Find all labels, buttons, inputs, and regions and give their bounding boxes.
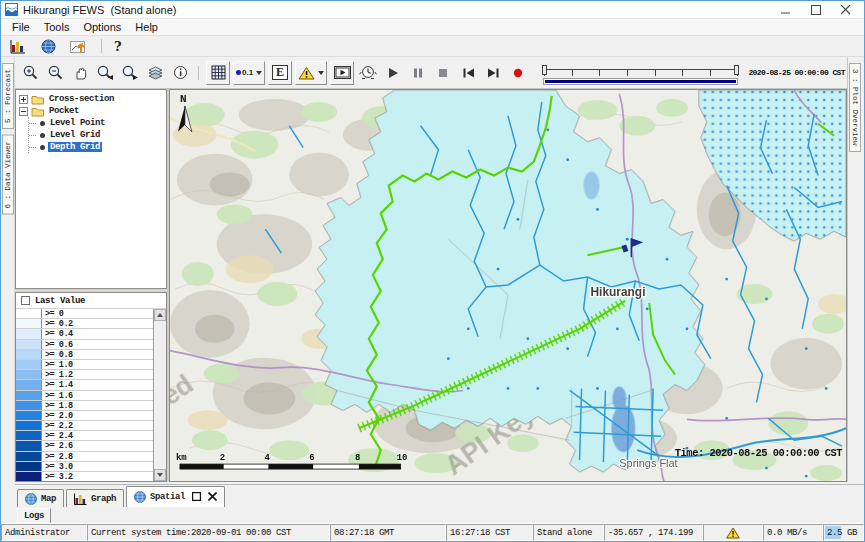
zoom-in-icon[interactable]	[19, 62, 41, 84]
legend-classes-button[interactable]: E	[268, 61, 292, 85]
interval-dropdown-button[interactable]: 0.1	[233, 61, 265, 85]
legend-row[interactable]: >= 2.8	[16, 452, 153, 462]
legend-row[interactable]: >= 0	[16, 309, 153, 319]
legend-row[interactable]: >= 3.2	[16, 472, 153, 481]
legend-row[interactable]: >= 0.6	[16, 340, 153, 350]
legend-color-swatch	[16, 401, 42, 410]
status-warning[interactable]	[703, 524, 763, 541]
legend-row[interactable]: >= 1.6	[16, 391, 153, 401]
zoom-previous-icon[interactable]	[94, 62, 116, 84]
tree-node-level-point[interactable]: Level Point	[29, 117, 166, 129]
tree-node-cross-section[interactable]: Cross-section	[19, 93, 166, 105]
animation-settings-icon[interactable]	[357, 62, 379, 84]
menu-item[interactable]: Tools	[37, 20, 77, 34]
tree-node-pocket[interactable]: Pocket	[19, 105, 166, 117]
svg-text:2: 2	[220, 453, 225, 463]
stop-button[interactable]	[432, 62, 454, 84]
record-button[interactable]	[507, 62, 529, 84]
tree-node-label: Level Grid	[48, 130, 102, 140]
map-toolbar: 0.1 E 2020-08-25 00:00:00 CST	[15, 57, 847, 89]
minimize-button[interactable]	[780, 4, 792, 15]
legend-row[interactable]: >= 0.4	[16, 329, 153, 339]
last-value-label: Last Value	[35, 296, 85, 306]
profile-display-icon[interactable]	[67, 35, 89, 57]
tree-node-level-grid[interactable]: Level Grid	[29, 129, 166, 141]
step-forward-button[interactable]	[482, 62, 504, 84]
status-mode: Stand alone	[533, 524, 604, 541]
legend-color-swatch	[16, 380, 42, 389]
tab-label: Spatial	[150, 492, 185, 502]
status-user: Administrator	[1, 524, 87, 541]
legend-row[interactable]: >= 2.6	[16, 441, 153, 451]
layers-icon[interactable]	[144, 62, 166, 84]
expand-icon[interactable]	[19, 95, 28, 104]
time-span-bar[interactable]	[544, 79, 737, 84]
legend-color-swatch	[16, 431, 42, 440]
last-value-checkbox[interactable]	[21, 296, 30, 305]
tab-graph[interactable]: Graph	[66, 489, 124, 507]
tab-maximize-icon[interactable]	[192, 492, 201, 503]
slider-handle-end[interactable]	[734, 65, 739, 75]
close-button[interactable]	[840, 4, 852, 15]
legend-color-swatch	[16, 319, 42, 328]
pause-button[interactable]	[407, 62, 429, 84]
bullet-icon	[40, 145, 45, 150]
menu-item[interactable]: Help	[128, 20, 165, 34]
legend-row[interactable]: >= 1.0	[16, 360, 153, 370]
legend-color-swatch	[16, 329, 42, 338]
info-icon[interactable]	[169, 62, 191, 84]
step-back-button[interactable]	[457, 62, 479, 84]
legend-panel: Last Value >= 0 >= 0.2	[15, 292, 167, 482]
maximize-button[interactable]	[810, 4, 822, 15]
legend-scrollbar[interactable]	[153, 309, 166, 481]
tab-map[interactable]: Map	[17, 489, 64, 507]
toolbar-separator	[198, 66, 199, 80]
legend-class-label: >= 0.8	[42, 350, 153, 359]
legend-row[interactable]: >= 1.8	[16, 401, 153, 411]
tab-label: Map	[41, 494, 56, 504]
tab-plot-overview[interactable]: 3 : Plot Overview	[849, 63, 861, 152]
status-memory: 2.5 GB	[823, 524, 864, 541]
zoom-out-icon[interactable]	[44, 62, 66, 84]
movie-export-button[interactable]	[330, 61, 354, 85]
menu-item[interactable]: File	[5, 20, 37, 34]
play-button[interactable]	[382, 62, 404, 84]
tab-close-icon[interactable]	[208, 492, 217, 503]
legend-row[interactable]: >= 0.8	[16, 350, 153, 360]
legend-row[interactable]: >= 2.0	[16, 411, 153, 421]
tree-node-depth-grid[interactable]: Depth Grid	[29, 141, 166, 153]
warnings-dropdown-button[interactable]	[295, 61, 327, 85]
slider-handle-start[interactable]	[542, 65, 547, 75]
legend-row[interactable]: >= 1.2	[16, 370, 153, 380]
collapse-icon[interactable]	[19, 107, 28, 116]
timeseries-dialog-icon[interactable]	[7, 35, 29, 57]
logs-button[interactable]: Logs	[17, 508, 51, 524]
status-network-rate: 0.0 MB/s	[763, 524, 823, 541]
app-logo-icon	[5, 3, 18, 16]
scroll-down-button[interactable]	[154, 469, 166, 481]
tree-node-label: Depth Grid	[48, 142, 102, 152]
status-local-time: 16:27:18 CST	[446, 524, 533, 541]
grid-toggle-button[interactable]	[206, 61, 230, 85]
map-display-icon[interactable]	[37, 35, 59, 57]
legend-row[interactable]: >= 3.0	[16, 462, 153, 472]
status-system-time: Current system time:2020-09-01 00:00 CST	[87, 524, 330, 541]
globe-icon	[25, 493, 37, 505]
legend-color-swatch	[16, 391, 42, 400]
tab-spatial[interactable]: Spatial	[126, 486, 225, 507]
pan-hand-icon[interactable]	[69, 62, 91, 84]
menu-item[interactable]: Options	[76, 20, 128, 34]
status-bar: Administrator Current system time:2020-0…	[1, 523, 864, 541]
legend-row[interactable]: >= 0.2	[16, 319, 153, 329]
tab-data-viewer[interactable]: 6 : Data Viewer	[2, 135, 14, 215]
legend-row[interactable]: >= 1.4	[16, 380, 153, 390]
tab-forecast[interactable]: 5 : Forecast	[2, 63, 14, 129]
scroll-up-button[interactable]	[154, 309, 166, 321]
map-viewport[interactable]: API Key Required API Key Required	[169, 89, 847, 482]
help-icon[interactable]: ?	[114, 39, 122, 54]
time-slider[interactable]	[544, 61, 737, 87]
interval-value: 0.1	[242, 68, 253, 77]
legend-row[interactable]: >= 2.4	[16, 431, 153, 441]
zoom-next-icon[interactable]	[119, 62, 141, 84]
legend-row[interactable]: >= 2.2	[16, 421, 153, 431]
